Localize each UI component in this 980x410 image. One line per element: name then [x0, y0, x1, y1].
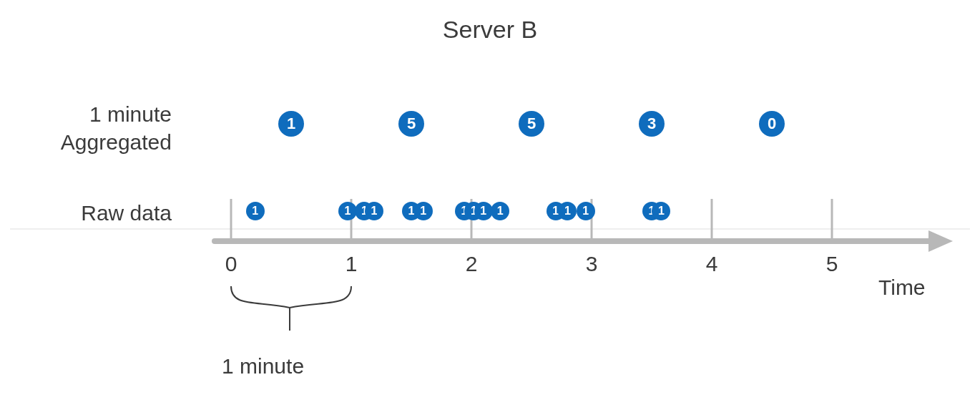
raw-point: 1 [365, 202, 383, 220]
tick-label-5: 5 [826, 252, 838, 276]
tick-label-1: 1 [346, 252, 358, 276]
raw-point: 1 [338, 202, 357, 220]
raw-point: 1 [652, 202, 670, 220]
tick-label-2: 2 [466, 252, 478, 276]
chart-title: Server B [0, 16, 980, 44]
tick-label-0: 0 [225, 252, 237, 276]
tick-label-3: 3 [586, 252, 598, 276]
interval-label: 1 minute [222, 354, 304, 379]
row-label-aggregated: 1 minuteAggregated [0, 100, 172, 156]
row-divider [10, 228, 970, 230]
raw-point: 1 [577, 202, 595, 220]
axis-arrowhead [928, 230, 953, 252]
aggregated-point: 0 [759, 111, 785, 137]
raw-point: 1 [558, 202, 577, 220]
raw-point: 1 [491, 202, 509, 220]
aggregated-point: 1 [278, 111, 304, 137]
row-label-raw: Raw data [0, 199, 172, 227]
raw-point: 1 [474, 202, 493, 220]
axis-label-time: Time [878, 275, 926, 300]
aggregated-point: 3 [639, 111, 665, 137]
raw-point: 1 [246, 202, 265, 220]
tick-label-4: 4 [706, 252, 718, 276]
aggregated-point: 5 [519, 111, 544, 137]
aggregated-point: 5 [398, 111, 424, 137]
interval-bracket [231, 286, 351, 331]
raw-point: 1 [414, 202, 433, 220]
